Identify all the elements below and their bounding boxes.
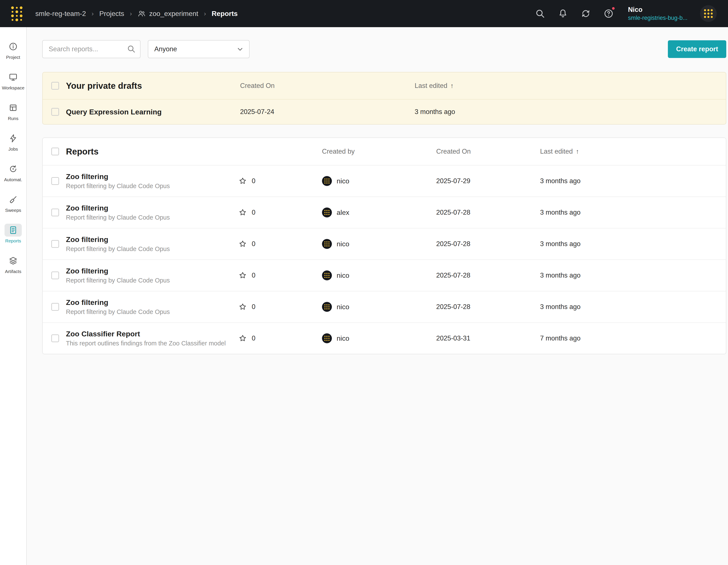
breadcrumb-team[interactable]: smle-reg-team-2 [35, 10, 86, 18]
report-subtitle: This report outlines findings from the Z… [66, 340, 226, 347]
created-by-cell[interactable]: nico [322, 333, 436, 343]
star-count[interactable]: 0 [238, 208, 322, 217]
row-checkbox[interactable] [51, 209, 59, 216]
star-count[interactable]: 0 [238, 177, 322, 185]
star-icon [238, 303, 247, 311]
row-checkbox[interactable] [51, 240, 59, 248]
report-row[interactable]: Zoo filtering Report filtering by Claude… [43, 259, 726, 291]
report-created-on: 2025-07-28 [436, 240, 540, 248]
creator-name: nico [337, 334, 349, 342]
draft-title[interactable]: Query Expression Learning [66, 108, 162, 116]
star-count[interactable]: 0 [238, 240, 322, 248]
report-row[interactable]: Zoo filtering Report filtering by Claude… [43, 197, 726, 228]
reports-header: Reports Created by Created On Last edite… [43, 138, 726, 165]
report-title[interactable]: Zoo filtering [66, 204, 170, 212]
column-created-by[interactable]: Created by [322, 148, 436, 155]
report-title[interactable]: Zoo filtering [66, 235, 170, 244]
star-icon [238, 271, 247, 280]
avatar [322, 270, 332, 280]
sidebar-item-project[interactable]: Project [0, 40, 26, 60]
created-by-cell[interactable]: alex [322, 208, 436, 217]
sidebar-item-label: Artifacts [5, 269, 21, 274]
private-drafts-panel: Your private drafts Created On Last edit… [42, 72, 726, 125]
row-checkbox[interactable] [51, 303, 59, 311]
sidebar-item-sweeps[interactable]: Sweeps [0, 193, 26, 213]
draft-row[interactable]: Query Expression Learning 2025-07-24 3 m… [43, 100, 726, 124]
breadcrumb-separator: › [204, 10, 206, 17]
search-input[interactable] [42, 40, 141, 58]
breadcrumb-project[interactable]: zoo_experiment [137, 9, 198, 18]
row-checkbox[interactable] [51, 108, 59, 116]
reports-toolbar: Anyone Create report [42, 40, 726, 58]
sidebar-item-jobs[interactable]: Jobs [0, 132, 26, 152]
sidebar-item-workspace[interactable]: Workspace [0, 71, 26, 91]
column-last-edited[interactable]: Last edited ↑ [415, 82, 717, 90]
star-count[interactable]: 0 [238, 271, 322, 280]
avatar [322, 239, 332, 249]
table-icon [5, 101, 22, 114]
created-by-cell[interactable]: nico [322, 239, 436, 249]
avatar [322, 208, 332, 217]
report-row[interactable]: Zoo Classifier Report This report outlin… [43, 322, 726, 354]
report-row[interactable]: Zoo filtering Report filtering by Claude… [43, 228, 726, 259]
draft-last-edited: 3 months ago [415, 108, 717, 116]
author-filter-dropdown[interactable]: Anyone [148, 40, 250, 58]
report-title[interactable]: Zoo Classifier Report [66, 330, 226, 338]
report-title[interactable]: Zoo filtering [66, 298, 170, 307]
report-last-edited: 7 months ago [540, 334, 717, 342]
team-icon [137, 9, 146, 18]
report-last-edited: 3 months ago [540, 303, 717, 311]
row-checkbox[interactable] [51, 177, 59, 185]
avatar [322, 176, 332, 186]
report-row[interactable]: Zoo filtering Report filtering by Claude… [43, 165, 726, 197]
avatar [322, 302, 332, 312]
sidebar-item-reports[interactable]: Reports [0, 224, 26, 243]
created-by-cell[interactable]: nico [322, 176, 436, 186]
search-icon [127, 44, 136, 53]
star-icon [238, 177, 247, 185]
select-all-drafts-checkbox[interactable] [51, 82, 59, 90]
sidebar-item-label: Sweeps [5, 208, 21, 213]
select-all-reports-checkbox[interactable] [51, 148, 59, 155]
star-icon [238, 240, 247, 248]
user-menu[interactable]: Nico smle-registries-bug-b... [628, 5, 687, 22]
report-created-on: 2025-07-28 [436, 272, 540, 279]
sidebar: Project Workspace Runs [0, 27, 27, 565]
column-created-on[interactable]: Created On [436, 148, 540, 155]
report-created-on: 2025-07-28 [436, 209, 540, 216]
top-navbar: smle-reg-team-2 › Projects › zoo_experim… [0, 0, 728, 27]
breadcrumb-current: Reports [212, 10, 238, 18]
star-count[interactable]: 0 [238, 303, 322, 311]
sidebar-item-artifacts[interactable]: Artifacts [0, 254, 26, 274]
sidebar-item-automations[interactable]: Automat. [0, 162, 26, 182]
column-last-edited[interactable]: Last edited ↑ [540, 148, 717, 155]
creator-name: nico [337, 240, 349, 248]
sidebar-item-label: Jobs [8, 147, 18, 152]
help-icon[interactable] [603, 8, 614, 19]
star-count[interactable]: 0 [238, 334, 322, 343]
report-created-on: 2025-07-28 [436, 303, 540, 311]
sync-icon[interactable] [581, 8, 591, 19]
sidebar-item-label: Project [6, 55, 20, 60]
star-icon [238, 334, 247, 343]
sidebar-item-runs[interactable]: Runs [0, 101, 26, 121]
info-icon [5, 40, 22, 53]
sort-arrow-icon: ↑ [576, 148, 579, 155]
notification-badge [611, 6, 616, 11]
report-row[interactable]: Zoo filtering Report filtering by Claude… [43, 291, 726, 322]
row-checkbox[interactable] [51, 334, 59, 342]
report-title[interactable]: Zoo filtering [66, 172, 170, 181]
create-report-button[interactable]: Create report [668, 40, 726, 58]
bell-icon[interactable] [558, 8, 568, 19]
search-icon[interactable] [535, 8, 545, 19]
breadcrumb-projects[interactable]: Projects [99, 10, 124, 18]
avatar[interactable] [700, 5, 717, 22]
column-created-on[interactable]: Created On [240, 82, 415, 90]
report-subtitle: Report filtering by Claude Code Opus [66, 277, 170, 284]
report-title[interactable]: Zoo filtering [66, 267, 170, 275]
row-checkbox[interactable] [51, 272, 59, 279]
created-by-cell[interactable]: nico [322, 270, 436, 280]
wandb-logo[interactable] [10, 6, 23, 21]
created-by-cell[interactable]: nico [322, 302, 436, 312]
sort-arrow-icon: ↑ [450, 82, 454, 89]
